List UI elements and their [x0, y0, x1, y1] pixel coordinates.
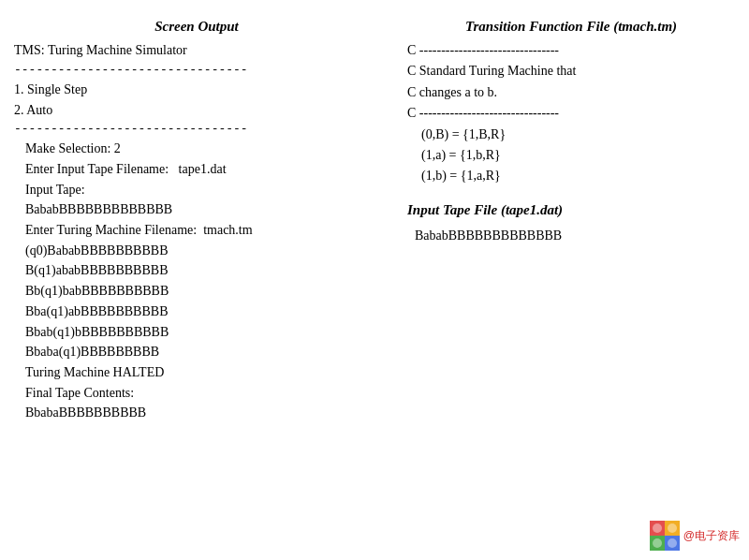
trans-line-3: C -------------------------------- — [407, 103, 735, 124]
screen-line-14: Bbab(q1)bBBBBBBBBBB — [14, 322, 379, 343]
svg-point-5 — [668, 523, 677, 533]
screen-line-10: (q0)BababBBBBBBBBBB — [14, 241, 379, 261]
screen-line-13: Bba(q1)abBBBBBBBBBB — [14, 302, 379, 322]
screen-line-2: 1. Single Step — [14, 80, 379, 100]
divider-4: -------------------------------- — [14, 120, 379, 139]
screen-line-7: Input Tape: — [14, 180, 379, 200]
svg-point-7 — [668, 538, 677, 548]
screen-line-3: 2. Auto — [14, 100, 379, 121]
trans-line-1: C Standard Turing Machine that — [407, 61, 735, 81]
watermark: @电子资库 — [650, 521, 740, 551]
screen-line-15: Bbaba(q1)BBBBBBBBB — [14, 342, 379, 362]
left-panel: Screen Output TMS: Turing Machine Simula… — [0, 9, 393, 551]
input-tape-content: BababBBBBBBBBBBBBB — [407, 226, 735, 246]
trans-line-6: (1,b) = {1,a,R} — [407, 166, 735, 186]
input-tape-section: Input Tape File (tape1.dat) BababBBBBBBB… — [407, 202, 735, 246]
screen-line-17: Final Tape Contents: — [14, 383, 379, 404]
screen-line-8: BababBBBBBBBBBBBBB — [14, 199, 379, 220]
screen-line-9: Enter Turing Machine Filename: tmach.tm — [14, 220, 379, 241]
screen-line-5: Make Selection: 2 — [14, 139, 379, 159]
screen-line-12: Bb(q1)babBBBBBBBBBB — [14, 281, 379, 302]
trans-line-0: C -------------------------------- — [407, 40, 735, 61]
svg-point-6 — [653, 538, 662, 548]
right-title: Transition Function File (tmach.tm) — [407, 19, 735, 35]
left-title: Screen Output — [14, 19, 379, 35]
screen-line-16: Turing Machine HALTED — [14, 362, 379, 383]
right-panel: Transition Function File (tmach.tm) C --… — [393, 9, 749, 551]
screen-line-0: TMS: Turing Machine Simulator — [14, 40, 379, 61]
trans-line-2: C changes a to b. — [407, 82, 735, 103]
screen-line-18: BbabaBBBBBBBBBB — [14, 403, 379, 423]
trans-line-4: (0,B) = {1,B,R} — [407, 125, 735, 145]
svg-point-4 — [653, 523, 662, 533]
watermark-text: @电子资库 — [683, 528, 740, 544]
transition-content: C -------------------------------- C Sta… — [407, 40, 735, 187]
input-tape-title: Input Tape File (tape1.dat) — [407, 202, 735, 218]
divider-1: -------------------------------- — [14, 61, 379, 80]
trans-line-5: (1,a) = {1,b,R} — [407, 145, 735, 166]
watermark-icon — [650, 521, 680, 551]
screen-line-6: Enter Input Tape Filename: tape1.dat — [14, 159, 379, 180]
screen-line-11: B(q1)ababBBBBBBBBBB — [14, 260, 379, 281]
